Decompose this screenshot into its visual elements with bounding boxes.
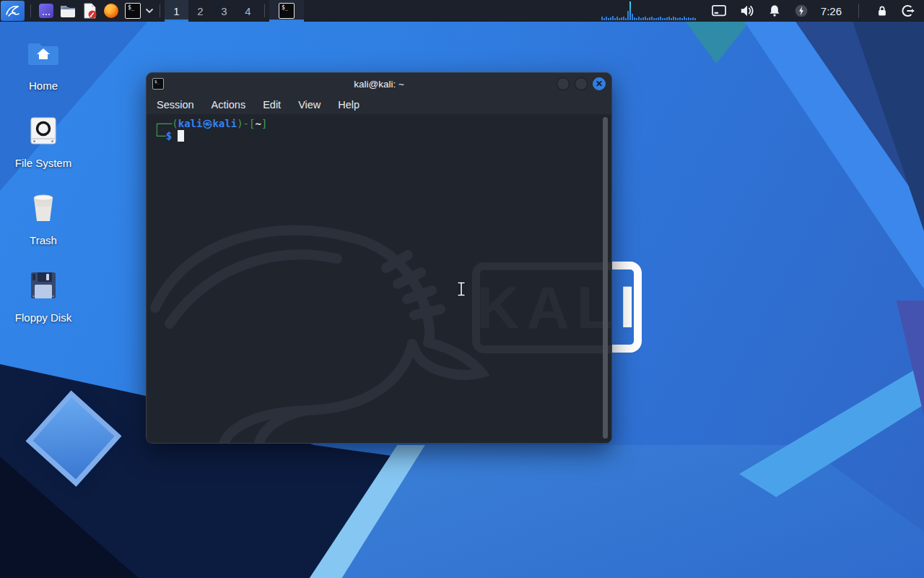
cpu-bar bbox=[651, 17, 653, 20]
logout-icon[interactable] bbox=[901, 4, 915, 18]
prompt-path: ~ bbox=[255, 118, 261, 129]
cpu-bar bbox=[684, 17, 685, 20]
cpu-bar bbox=[616, 17, 618, 20]
window-title: kali@kali: ~ bbox=[147, 79, 611, 90]
cpu-bar bbox=[608, 18, 609, 20]
terminal-menubar: Session Actions Edit View Help bbox=[147, 95, 611, 114]
cpu-bar bbox=[612, 16, 614, 20]
trash-icon bbox=[26, 191, 61, 225]
cpu-bar bbox=[647, 18, 648, 20]
window-titlebar[interactable]: $_ kali@kali: ~ ✕ bbox=[147, 73, 611, 95]
workspace-1[interactable]: 1 bbox=[165, 0, 188, 22]
file-manager-icon bbox=[59, 2, 77, 20]
desktop-icon-floppy[interactable]: Floppy Disk bbox=[9, 268, 78, 339]
firefox-icon bbox=[103, 2, 120, 20]
applications-menu-button[interactable] bbox=[1, 1, 25, 21]
workspace-3[interactable]: 3 bbox=[212, 0, 236, 22]
launcher-dropdown[interactable] bbox=[144, 1, 155, 21]
cpu-bar bbox=[601, 17, 603, 20]
prompt-line-1: ┌──(kali㉿kali)-[~] bbox=[154, 118, 604, 130]
desktop-icon-label: Trash bbox=[30, 234, 57, 246]
volume-icon[interactable] bbox=[739, 4, 755, 18]
cpu-bar bbox=[627, 11, 629, 20]
cpu-bar bbox=[688, 17, 689, 20]
menu-view[interactable]: View bbox=[298, 99, 321, 111]
clock[interactable]: 7:26 bbox=[821, 5, 842, 17]
terminal-window: $_ kali@kali: ~ ✕ Session Actions Edit V… bbox=[146, 72, 612, 444]
terminal-screen[interactable]: KALI ┌──(kali㉿kali)-[~] └─$ bbox=[147, 114, 611, 443]
launcher-terminal[interactable]: $_ bbox=[122, 1, 144, 21]
cpu-bar bbox=[692, 17, 694, 20]
taskbar-terminal-button[interactable]: $_ bbox=[269, 0, 304, 22]
kali-watermark-through-glass: KALI bbox=[472, 262, 611, 353]
panel-separator bbox=[264, 4, 265, 17]
power-manager-icon[interactable] bbox=[794, 4, 808, 18]
cpu-bar bbox=[649, 17, 650, 20]
desktop-icon-filesystem[interactable]: File System bbox=[9, 113, 78, 184]
cpu-bar bbox=[606, 17, 607, 20]
home-folder-icon bbox=[26, 36, 61, 71]
desktop-icon-trash[interactable]: Trash bbox=[9, 191, 78, 262]
notification-bell-icon[interactable] bbox=[767, 4, 782, 18]
cpu-bar bbox=[636, 18, 637, 20]
cpu-bar bbox=[632, 14, 633, 20]
lock-icon[interactable] bbox=[876, 4, 889, 18]
shell-prompt: ┌──(kali㉿kali)-[~] └─$ bbox=[147, 114, 611, 146]
maximize-button[interactable] bbox=[575, 77, 588, 90]
minimize-button[interactable] bbox=[557, 77, 570, 90]
panel-separator bbox=[160, 4, 160, 17]
cpu-bar bbox=[690, 18, 692, 20]
launcher-firefox[interactable] bbox=[100, 1, 122, 21]
display-icon[interactable] bbox=[711, 4, 727, 17]
drive-icon bbox=[26, 113, 61, 148]
cpu-bar bbox=[614, 18, 616, 20]
top-panel: $_ 1 2 3 4 $_ bbox=[0, 0, 924, 22]
cpu-bar bbox=[625, 18, 627, 20]
workspace-2[interactable]: 2 bbox=[188, 0, 212, 22]
workspace-4[interactable]: 4 bbox=[236, 0, 260, 22]
menu-edit[interactable]: Edit bbox=[263, 99, 281, 111]
app-finder-icon bbox=[38, 2, 55, 20]
desktop-icon-home[interactable]: Home bbox=[9, 36, 78, 107]
terminal-scrollbar[interactable] bbox=[603, 117, 608, 439]
cpu-bar bbox=[642, 17, 644, 20]
floppy-disk-icon bbox=[26, 268, 61, 303]
prompt-line-2: └─$ bbox=[154, 130, 604, 142]
cpu-bar bbox=[621, 17, 622, 20]
panel-separator bbox=[30, 4, 31, 17]
close-button[interactable]: ✕ bbox=[593, 77, 606, 90]
desktop-icon-label: Home bbox=[29, 79, 58, 92]
cpu-bar bbox=[658, 17, 659, 20]
terminal-icon: $_ bbox=[125, 3, 141, 19]
launcher-file-manager[interactable] bbox=[57, 1, 79, 21]
cpu-bar bbox=[675, 17, 676, 20]
cpu-bar bbox=[640, 18, 642, 20]
desktop-icon-label: File System bbox=[15, 157, 71, 169]
cpu-bar bbox=[694, 18, 696, 20]
desktop: KALI Home File System bbox=[0, 0, 924, 578]
cpu-bar bbox=[655, 18, 657, 20]
launcher-text-editor[interactable] bbox=[79, 1, 100, 21]
cpu-bar bbox=[673, 17, 674, 20]
prompt-separator: ㉿ bbox=[202, 118, 212, 129]
menu-actions[interactable]: Actions bbox=[212, 99, 246, 111]
cpu-bar bbox=[645, 17, 646, 20]
cpu-bar bbox=[634, 17, 635, 20]
text-cursor-block bbox=[178, 130, 184, 142]
menu-help[interactable]: Help bbox=[338, 99, 359, 111]
cpu-bar bbox=[629, 1, 631, 20]
cpu-bar bbox=[671, 18, 672, 20]
cpu-bar bbox=[677, 18, 679, 20]
cpu-bar bbox=[653, 18, 655, 20]
cpu-graph[interactable] bbox=[601, 1, 699, 21]
ibeam-cursor bbox=[456, 281, 466, 297]
cpu-bar bbox=[610, 17, 611, 20]
cpu-bar bbox=[668, 17, 670, 20]
menu-session[interactable]: Session bbox=[157, 99, 194, 111]
chevron-down-icon bbox=[145, 8, 154, 14]
cpu-bar bbox=[681, 18, 683, 20]
launcher-app-finder[interactable] bbox=[35, 1, 57, 21]
prompt-symbol: $ bbox=[166, 130, 172, 142]
cpu-bar bbox=[679, 17, 681, 20]
text-editor-icon bbox=[81, 2, 98, 20]
